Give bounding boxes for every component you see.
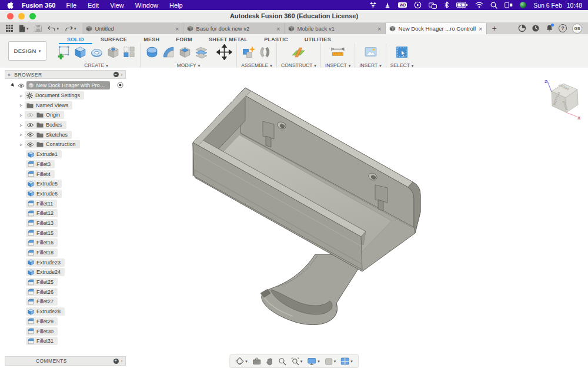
vlc-icon[interactable]	[384, 2, 391, 9]
wifi-icon[interactable]	[475, 2, 483, 8]
tree-item-named-views[interactable]: ▹ Named Views	[5, 100, 126, 110]
panel-chevron-icon[interactable]: ›	[121, 358, 123, 364]
insert-image-icon[interactable]	[363, 45, 378, 59]
menubar-item[interactable]: File	[66, 2, 76, 9]
root-document-item[interactable]: New Dock Hnager with Pro C...	[26, 81, 110, 89]
viewports-icon[interactable]: ▾	[340, 357, 353, 365]
app-grid-icon[interactable]	[6, 25, 13, 32]
tab-close-icon[interactable]: ×	[276, 25, 280, 32]
collapsed-arrow-icon[interactable]: ▹	[18, 132, 25, 137]
menubar-item[interactable]: Help	[169, 2, 183, 9]
orbit-icon[interactable]: ▾	[235, 357, 248, 366]
document-tab[interactable]: Untitled ×	[82, 23, 183, 34]
tab-close-icon[interactable]: ×	[175, 25, 179, 32]
feature-row[interactable]: Fillet29	[5, 317, 126, 327]
document-tab[interactable]: New Dock Hnager ...ro Controller v4 ×	[386, 23, 487, 34]
viewcube[interactable]: Z X FRONT BOTTOM RIGHT	[544, 79, 581, 121]
visibility-eye-icon[interactable]	[18, 83, 25, 88]
press-pull-icon[interactable]	[145, 45, 159, 59]
offset-plane-icon[interactable]	[194, 45, 209, 59]
joint-icon[interactable]	[258, 45, 272, 59]
feature-row[interactable]: Fillet18	[5, 248, 126, 258]
fillet-icon[interactable]	[161, 45, 176, 59]
comments-bar[interactable]: COMMENTS + ›	[5, 356, 126, 366]
feature-row[interactable]: Fillet11	[5, 198, 126, 208]
notifications-bell-icon[interactable]	[545, 24, 553, 32]
visibility-eye-icon[interactable]	[26, 142, 34, 147]
feature-row[interactable]: Extrude23	[5, 257, 126, 267]
menubar-item[interactable]: Edit	[88, 2, 99, 9]
app-menu-name[interactable]: Fusion 360	[22, 2, 55, 9]
feature-row[interactable]: Extrude24	[5, 267, 126, 277]
feature-row[interactable]: Fillet31	[5, 336, 126, 346]
new-component-icon[interactable]	[241, 45, 256, 59]
zoom-icon[interactable]	[278, 357, 286, 366]
revolve-icon[interactable]	[89, 45, 104, 59]
feature-row[interactable]: Fillet16	[5, 238, 126, 248]
select-icon[interactable]	[395, 45, 409, 59]
collapsed-arrow-icon[interactable]: ▹	[18, 93, 25, 98]
menubar-item[interactable]: Window	[135, 2, 158, 9]
spotlight-search-icon[interactable]	[490, 2, 497, 9]
fit-icon[interactable]: ▾	[291, 357, 303, 366]
extrude-icon[interactable]	[73, 45, 88, 59]
undo-icon[interactable]: ▾	[48, 25, 59, 32]
tree-item-construction[interactable]: ▹ Construction	[5, 140, 126, 150]
document-tab[interactable]: Mobile back v1 ×	[285, 23, 386, 34]
apple-menu-icon[interactable]	[7, 1, 14, 9]
feature-row[interactable]: Fillet4	[5, 169, 126, 179]
pattern-icon[interactable]	[122, 45, 136, 59]
feature-row[interactable]: Extrude1	[5, 150, 126, 160]
model-dock-hanger[interactable]	[193, 88, 420, 325]
help-icon[interactable]: ?	[559, 24, 567, 32]
measure-icon[interactable]	[330, 45, 346, 59]
collapsed-arrow-icon[interactable]: ▹	[18, 122, 25, 128]
workspace-selector[interactable]: DESIGN▾	[8, 41, 46, 61]
feature-row[interactable]: Fillet12	[5, 208, 126, 218]
status-app-dot-icon[interactable]	[520, 2, 526, 8]
tree-item-bodies[interactable]: ▹ Bodies	[5, 120, 126, 130]
bluetooth-icon[interactable]	[444, 1, 449, 9]
tab-close-icon[interactable]: ×	[377, 25, 381, 32]
add-comment-icon[interactable]: +	[113, 359, 119, 364]
feature-row[interactable]: Fillet30	[5, 326, 126, 336]
screen-mirroring-icon[interactable]	[429, 2, 437, 9]
tree-root-row[interactable]: New Dock Hnager with Pro C...	[5, 81, 126, 91]
visibility-eye-icon[interactable]	[26, 132, 34, 137]
tree-item-origin[interactable]: ▹ Origin	[5, 110, 126, 120]
display-settings-icon[interactable]: ▾	[307, 357, 320, 366]
feature-row[interactable]: Fillet13	[5, 218, 126, 228]
tree-item-document-settings[interactable]: ▹ Document Settings	[5, 91, 126, 101]
expand-arrow-icon[interactable]	[11, 83, 18, 88]
save-icon[interactable]	[35, 25, 42, 32]
feature-row[interactable]: Fillet15	[5, 228, 126, 238]
visibility-eye-icon[interactable]	[26, 112, 34, 118]
user-avatar[interactable]: GS	[572, 24, 582, 34]
look-at-icon[interactable]	[252, 357, 261, 365]
create-sketch-icon[interactable]	[56, 45, 71, 59]
construct-plane-icon[interactable]	[291, 45, 306, 59]
panel-minus-icon[interactable]: −	[113, 72, 119, 77]
shell-icon[interactable]	[178, 45, 192, 59]
browser-header[interactable]: « BROWSER − ›	[5, 70, 126, 79]
wd-drive-icon[interactable]: WD	[398, 2, 407, 8]
feature-row[interactable]: Fillet3	[5, 160, 126, 170]
tree-item-sketches[interactable]: ▹ Sketches	[5, 130, 126, 140]
tab-close-icon[interactable]: ×	[479, 25, 482, 32]
visibility-eye-icon[interactable]	[26, 122, 34, 128]
stage-manager-icon[interactable]	[505, 2, 513, 8]
play-circle-icon[interactable]	[414, 1, 422, 9]
feature-row[interactable]: Fillet25	[5, 277, 126, 287]
collapsed-arrow-icon[interactable]: ▹	[18, 142, 25, 147]
file-menu-icon[interactable]: ▾	[19, 25, 29, 32]
move-icon[interactable]	[216, 44, 232, 60]
feature-row[interactable]: Extrude28	[5, 307, 126, 317]
collapsed-arrow-icon[interactable]: ▹	[18, 112, 25, 118]
feature-row[interactable]: Fillet26	[5, 287, 126, 297]
menubar-item[interactable]: View	[110, 2, 124, 9]
new-tab-button[interactable]: +	[487, 23, 502, 34]
panel-chevron-icon[interactable]: ›	[121, 72, 123, 78]
collapsed-arrow-icon[interactable]: ▹	[18, 102, 25, 108]
feature-row[interactable]: Fillet27	[5, 297, 126, 307]
document-tab[interactable]: Base for dock new v2 ×	[183, 23, 285, 34]
